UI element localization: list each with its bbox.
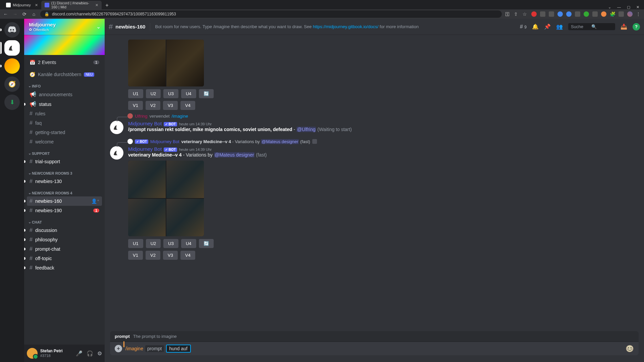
ext-icon[interactable]	[557, 11, 563, 17]
notification-button[interactable]: 🔔	[532, 23, 539, 30]
download-button[interactable]: ⬇	[4, 95, 20, 110]
message-list[interactable]: U1 U2 U3 U4 🔄 V1 V2 V3 V4 Ulfring verwen…	[105, 35, 644, 331]
category-chat[interactable]: ⌄ CHAT	[27, 219, 102, 226]
message-author[interactable]: Midjourney Bot	[128, 121, 162, 126]
reload-button[interactable]: ⟳	[21, 11, 28, 17]
key-icon[interactable]: ⚿	[505, 11, 511, 17]
u4-button[interactable]: U4	[181, 239, 196, 248]
maximize-button[interactable]: ▢	[627, 5, 630, 9]
settings-button[interactable]: ⚙	[97, 350, 102, 357]
channel-philosophy[interactable]: #philosophy	[27, 235, 102, 244]
channel-prompt-chat[interactable]: #prompt-chat	[27, 244, 102, 254]
ext-icon[interactable]	[540, 11, 545, 17]
bot-avatar[interactable]	[110, 121, 123, 134]
u1-button[interactable]: U1	[128, 89, 143, 98]
v1-button[interactable]: V1	[128, 101, 143, 110]
help-button[interactable]: ?	[633, 23, 640, 31]
explore-button[interactable]: 🧭	[4, 76, 20, 92]
message-author[interactable]: Midjourney Bot	[128, 146, 162, 152]
puzzle-icon[interactable]: 🧩	[610, 11, 615, 17]
v4-button[interactable]: V4	[180, 101, 195, 110]
pin-button[interactable]: 📌	[544, 23, 551, 30]
bot-avatar[interactable]	[110, 146, 123, 160]
user-avatar[interactable]	[27, 348, 38, 359]
image-grid[interactable]	[128, 40, 204, 86]
channel-welcome[interactable]: #welcome	[27, 137, 102, 146]
channel-status[interactable]: 📢status	[27, 99, 102, 109]
channel-newbies-130[interactable]: #newbies-130	[27, 177, 102, 186]
channel-newbies-190[interactable]: #newbies-1901	[27, 206, 102, 215]
user-mention[interactable]: @Mateus designer	[214, 152, 255, 158]
reply-command[interactable]: /imagine	[172, 114, 188, 119]
v3-button[interactable]: V3	[163, 251, 178, 260]
channel-list[interactable]: 📅 2 Events 1 🧭 Kanäle durchstöbern NEU ⌄…	[24, 55, 105, 345]
v1-button[interactable]: V1	[128, 251, 143, 260]
channel-rules[interactable]: #rules	[27, 109, 102, 118]
new-tab-button[interactable]: +	[103, 1, 111, 9]
members-button[interactable]: 👥	[556, 23, 563, 30]
profile-avatar[interactable]	[627, 11, 633, 17]
u2-button[interactable]: U2	[146, 89, 161, 98]
channel-getting-started[interactable]: #getting-started	[27, 128, 102, 137]
close-button[interactable]: ✕	[636, 5, 639, 9]
add-person-icon[interactable]: 👤⁺	[91, 198, 99, 204]
search-input[interactable]: Suche 🔍	[568, 23, 615, 30]
ext-icon[interactable]	[531, 11, 537, 17]
tab-discord[interactable]: (1) Discord | #newbies-160 | Mid ✕	[41, 1, 102, 9]
ext-icon[interactable]	[619, 11, 624, 17]
close-icon[interactable]: ✕	[35, 3, 38, 7]
star-icon[interactable]: ☆	[523, 11, 528, 17]
u4-button[interactable]: U4	[181, 89, 196, 98]
ext-icon[interactable]	[549, 11, 554, 17]
message-input[interactable]: + /imagine prompt hund auf 😊	[110, 342, 639, 355]
channel-discussion[interactable]: #discussion	[27, 226, 102, 235]
ext-icon[interactable]	[592, 11, 598, 17]
channel-off-topic[interactable]: #off-topic	[27, 254, 102, 263]
deafen-button[interactable]: 🎧	[87, 350, 93, 357]
u3-button[interactable]: U3	[163, 239, 178, 248]
share-icon[interactable]: ⇧	[514, 11, 519, 17]
add-attachment-button[interactable]: +	[115, 345, 122, 352]
v2-button[interactable]: V2	[146, 251, 160, 260]
ext-icon[interactable]	[601, 11, 606, 17]
channel-topic[interactable]: Bot room for new users. Type /imagine th…	[155, 24, 517, 29]
reply-user[interactable]: Ulfring	[135, 114, 148, 119]
user-info[interactable]: Stefan Petri #3718	[40, 349, 63, 358]
v3-button[interactable]: V3	[163, 101, 178, 110]
autocomplete-hint[interactable]: prompt The prompt to imagine	[110, 331, 639, 342]
u2-button[interactable]: U2	[146, 239, 161, 248]
docs-link[interactable]: https://midjourney.gitbook.io/docs/	[313, 24, 379, 29]
param-value[interactable]: hund auf	[166, 345, 191, 353]
channel-trial-support[interactable]: #trial-support	[27, 157, 102, 166]
ext-icon[interactable]	[584, 11, 589, 17]
u3-button[interactable]: U3	[163, 89, 178, 98]
tab-midjourney[interactable]: Midjourney ✕	[3, 1, 41, 9]
category-nr4[interactable]: ⌄ NEWCOMER ROOMS 4	[27, 189, 102, 196]
url-input[interactable]: 🔒 discord.com/channels/66226797698429747…	[40, 10, 502, 18]
ext-icon[interactable]	[566, 11, 572, 17]
channel-faq[interactable]: #faq	[27, 118, 102, 128]
reroll-button[interactable]: 🔄	[199, 239, 214, 248]
channel-announcements[interactable]: 📢announcements	[27, 89, 102, 99]
dropdown-icon[interactable]: ⌄	[608, 5, 611, 9]
forward-button[interactable]: →	[12, 11, 18, 17]
channel-newbies-160[interactable]: #newbies-160👤⁺	[27, 196, 102, 206]
server-header[interactable]: Midjourney ✿ Öffentlich ⌄	[24, 19, 105, 35]
ext-icon[interactable]	[575, 11, 580, 17]
user-mention[interactable]: @Ulfring	[297, 127, 316, 132]
category-info[interactable]: ⌄ INFO	[27, 82, 102, 89]
events-row[interactable]: 📅 2 Events 1	[27, 58, 102, 67]
v4-button[interactable]: V4	[180, 251, 195, 260]
dm-button[interactable]	[4, 22, 20, 38]
back-button[interactable]: ←	[3, 11, 9, 17]
mute-button[interactable]: 🎤	[76, 350, 83, 357]
image-grid[interactable]	[128, 161, 204, 236]
category-nr3[interactable]: ⌄ NEWCOMER ROOMS 3	[27, 170, 102, 177]
close-icon[interactable]: ✕	[95, 3, 98, 7]
reroll-button[interactable]: 🔄	[199, 89, 214, 98]
channel-feedback[interactable]: #feedback	[27, 263, 102, 273]
v2-button[interactable]: V2	[146, 101, 160, 110]
menu-icon[interactable]: ⋮	[636, 11, 641, 17]
reply-author[interactable]: Midjourney Bot	[150, 139, 179, 144]
browse-channels[interactable]: 🧭 Kanäle durchstöbern NEU	[27, 70, 102, 79]
